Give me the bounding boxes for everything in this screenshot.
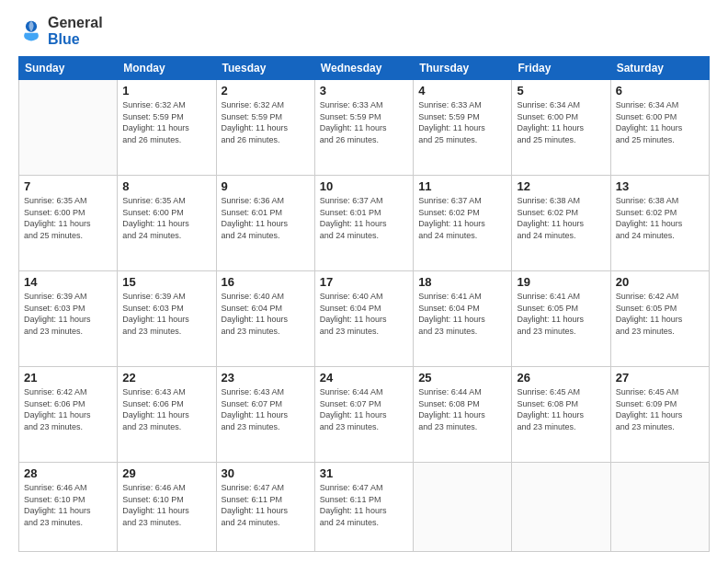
day-info: Sunrise: 6:37 AM Sunset: 6:01 PM Dayligh… [320, 195, 408, 241]
day-info: Sunrise: 6:34 AM Sunset: 6:00 PM Dayligh… [517, 99, 605, 145]
day-number: 3 [320, 84, 408, 98]
logo-icon [18, 18, 44, 44]
day-number: 30 [222, 466, 310, 480]
calendar-cell: 15Sunrise: 6:39 AM Sunset: 6:03 PM Dayli… [118, 271, 216, 367]
day-info: Sunrise: 6:45 AM Sunset: 6:09 PM Dayligh… [616, 386, 704, 432]
calendar-cell: 22Sunrise: 6:43 AM Sunset: 6:06 PM Dayli… [118, 367, 216, 463]
calendar-cell [512, 463, 610, 552]
calendar-cell: 5Sunrise: 6:34 AM Sunset: 6:00 PM Daylig… [512, 80, 610, 176]
day-info: Sunrise: 6:35 AM Sunset: 6:00 PM Dayligh… [122, 195, 210, 241]
day-number: 31 [320, 466, 408, 480]
calendar-cell: 19Sunrise: 6:41 AM Sunset: 6:05 PM Dayli… [512, 271, 610, 367]
day-info: Sunrise: 6:47 AM Sunset: 6:11 PM Dayligh… [222, 482, 310, 528]
day-number: 24 [320, 371, 408, 385]
calendar-cell: 10Sunrise: 6:37 AM Sunset: 6:01 PM Dayli… [314, 176, 413, 271]
day-info: Sunrise: 6:43 AM Sunset: 6:07 PM Dayligh… [222, 386, 310, 432]
day-number: 28 [24, 466, 112, 480]
calendar-cell: 24Sunrise: 6:44 AM Sunset: 6:07 PM Dayli… [314, 367, 413, 463]
day-number: 16 [222, 275, 310, 289]
day-info: Sunrise: 6:40 AM Sunset: 6:04 PM Dayligh… [320, 291, 408, 337]
calendar-cell: 18Sunrise: 6:41 AM Sunset: 6:04 PM Dayli… [414, 271, 512, 367]
week-row-2: 7Sunrise: 6:35 AM Sunset: 6:00 PM Daylig… [19, 176, 710, 271]
day-info: Sunrise: 6:47 AM Sunset: 6:11 PM Dayligh… [320, 482, 408, 528]
day-info: Sunrise: 6:33 AM Sunset: 5:59 PM Dayligh… [418, 99, 506, 145]
day-number: 17 [320, 275, 408, 289]
calendar-cell: 26Sunrise: 6:45 AM Sunset: 6:08 PM Dayli… [512, 367, 610, 463]
day-info: Sunrise: 6:33 AM Sunset: 5:59 PM Dayligh… [320, 99, 408, 145]
weekday-wednesday: Wednesday [314, 57, 413, 80]
calendar-cell: 12Sunrise: 6:38 AM Sunset: 6:02 PM Dayli… [512, 176, 610, 271]
day-info: Sunrise: 6:46 AM Sunset: 6:10 PM Dayligh… [122, 482, 210, 528]
week-row-1: 1Sunrise: 6:32 AM Sunset: 5:59 PM Daylig… [19, 80, 710, 176]
day-number: 13 [616, 179, 704, 193]
calendar-cell: 11Sunrise: 6:37 AM Sunset: 6:02 PM Dayli… [414, 176, 512, 271]
day-info: Sunrise: 6:35 AM Sunset: 6:00 PM Dayligh… [24, 195, 112, 241]
day-number: 9 [222, 179, 310, 193]
day-number: 1 [122, 84, 210, 98]
calendar-cell: 31Sunrise: 6:47 AM Sunset: 6:11 PM Dayli… [314, 463, 413, 552]
day-info: Sunrise: 6:45 AM Sunset: 6:08 PM Dayligh… [517, 386, 605, 432]
weekday-friday: Friday [512, 57, 610, 80]
calendar-cell: 23Sunrise: 6:43 AM Sunset: 6:07 PM Dayli… [216, 367, 314, 463]
calendar-cell: 29Sunrise: 6:46 AM Sunset: 6:10 PM Dayli… [118, 463, 216, 552]
day-number: 20 [616, 275, 704, 289]
calendar-cell: 13Sunrise: 6:38 AM Sunset: 6:02 PM Dayli… [610, 176, 709, 271]
calendar-cell: 27Sunrise: 6:45 AM Sunset: 6:09 PM Dayli… [610, 367, 709, 463]
logo-text: General Blue [48, 15, 103, 47]
header: General Blue [18, 15, 710, 47]
calendar-cell: 14Sunrise: 6:39 AM Sunset: 6:03 PM Dayli… [19, 271, 118, 367]
calendar-cell: 6Sunrise: 6:34 AM Sunset: 6:00 PM Daylig… [610, 80, 709, 176]
calendar-cell: 3Sunrise: 6:33 AM Sunset: 5:59 PM Daylig… [314, 80, 413, 176]
day-info: Sunrise: 6:34 AM Sunset: 6:00 PM Dayligh… [616, 99, 704, 145]
day-info: Sunrise: 6:36 AM Sunset: 6:01 PM Dayligh… [222, 195, 310, 241]
day-number: 29 [122, 466, 210, 480]
calendar-cell: 8Sunrise: 6:35 AM Sunset: 6:00 PM Daylig… [118, 176, 216, 271]
calendar-cell [414, 463, 512, 552]
page: General Blue SundayMondayTuesdayWednesda… [0, 0, 728, 563]
calendar-cell: 2Sunrise: 6:32 AM Sunset: 5:59 PM Daylig… [216, 80, 314, 176]
week-row-3: 14Sunrise: 6:39 AM Sunset: 6:03 PM Dayli… [19, 271, 710, 367]
day-info: Sunrise: 6:41 AM Sunset: 6:05 PM Dayligh… [517, 291, 605, 337]
day-info: Sunrise: 6:38 AM Sunset: 6:02 PM Dayligh… [517, 195, 605, 241]
day-info: Sunrise: 6:42 AM Sunset: 6:05 PM Dayligh… [616, 291, 704, 337]
day-info: Sunrise: 6:37 AM Sunset: 6:02 PM Dayligh… [418, 195, 506, 241]
calendar-cell: 20Sunrise: 6:42 AM Sunset: 6:05 PM Dayli… [610, 271, 709, 367]
weekday-thursday: Thursday [414, 57, 512, 80]
calendar-cell: 1Sunrise: 6:32 AM Sunset: 5:59 PM Daylig… [118, 80, 216, 176]
weekday-saturday: Saturday [610, 57, 709, 80]
calendar-cell: 30Sunrise: 6:47 AM Sunset: 6:11 PM Dayli… [216, 463, 314, 552]
day-number: 26 [517, 371, 605, 385]
day-number: 25 [418, 371, 506, 385]
calendar-cell [19, 80, 118, 176]
day-info: Sunrise: 6:39 AM Sunset: 6:03 PM Dayligh… [24, 291, 112, 337]
day-number: 22 [122, 371, 210, 385]
day-number: 18 [418, 275, 506, 289]
day-info: Sunrise: 6:40 AM Sunset: 6:04 PM Dayligh… [222, 291, 310, 337]
day-number: 5 [517, 84, 605, 98]
day-number: 4 [418, 84, 506, 98]
day-number: 14 [24, 275, 112, 289]
calendar-cell: 28Sunrise: 6:46 AM Sunset: 6:10 PM Dayli… [19, 463, 118, 552]
calendar-cell: 4Sunrise: 6:33 AM Sunset: 5:59 PM Daylig… [414, 80, 512, 176]
day-info: Sunrise: 6:32 AM Sunset: 5:59 PM Dayligh… [222, 99, 310, 145]
day-number: 11 [418, 179, 506, 193]
logo: General Blue [18, 15, 103, 47]
calendar-cell: 16Sunrise: 6:40 AM Sunset: 6:04 PM Dayli… [216, 271, 314, 367]
day-number: 10 [320, 179, 408, 193]
weekday-monday: Monday [118, 57, 216, 80]
day-info: Sunrise: 6:32 AM Sunset: 5:59 PM Dayligh… [122, 99, 210, 145]
day-info: Sunrise: 6:44 AM Sunset: 6:07 PM Dayligh… [320, 386, 408, 432]
day-number: 7 [24, 179, 112, 193]
day-info: Sunrise: 6:42 AM Sunset: 6:06 PM Dayligh… [24, 386, 112, 432]
calendar-cell: 25Sunrise: 6:44 AM Sunset: 6:08 PM Dayli… [414, 367, 512, 463]
day-number: 15 [122, 275, 210, 289]
day-number: 2 [222, 84, 310, 98]
day-number: 12 [517, 179, 605, 193]
calendar-cell: 17Sunrise: 6:40 AM Sunset: 6:04 PM Dayli… [314, 271, 413, 367]
calendar-cell: 9Sunrise: 6:36 AM Sunset: 6:01 PM Daylig… [216, 176, 314, 271]
day-number: 27 [616, 371, 704, 385]
day-number: 8 [122, 179, 210, 193]
day-info: Sunrise: 6:38 AM Sunset: 6:02 PM Dayligh… [616, 195, 704, 241]
day-info: Sunrise: 6:41 AM Sunset: 6:04 PM Dayligh… [418, 291, 506, 337]
weekday-sunday: Sunday [19, 57, 118, 80]
